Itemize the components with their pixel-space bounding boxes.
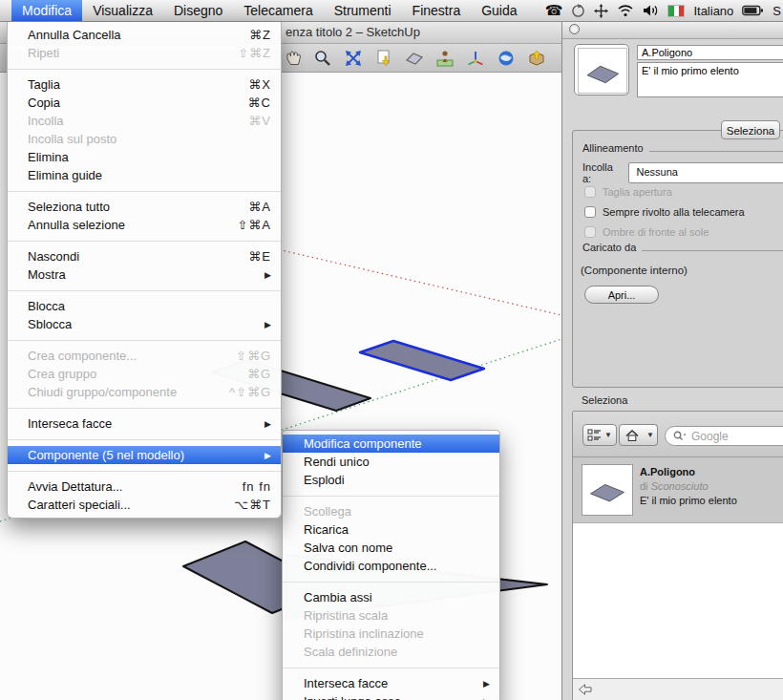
edit-menu-separator: [8, 340, 281, 341]
checkbox-icon: [584, 186, 596, 198]
component-submenu-item-cambia-assi[interactable]: Cambia assi: [283, 588, 499, 606]
menubar-item-disegno[interactable]: Disegno: [163, 0, 233, 21]
zoom-icon[interactable]: [313, 49, 332, 68]
edit-menu-item-componente-5-nel-modello[interactable]: Componente (5 nel modello)▶: [8, 446, 281, 464]
chevron-down-icon: ▼: [646, 431, 654, 439]
component-submenu-item-inverti-lungo-asse[interactable]: Inverti lungo asse▶: [283, 692, 499, 700]
edit-menu-item-sblocca[interactable]: Sblocca▶: [8, 315, 281, 333]
menubar-item-finestra[interactable]: Finestra: [402, 0, 472, 21]
component-thumbnail: [574, 44, 629, 95]
search-icon: [673, 431, 687, 442]
component-name-input[interactable]: [637, 45, 783, 60]
edit-menu-separator: [8, 290, 281, 291]
submenu-arrow-icon: ▶: [265, 320, 271, 329]
menu-item-label: Elimina guide: [28, 168, 271, 182]
edit-menu-item-seleziona-tutto[interactable]: Seleziona tutto⌘A: [8, 198, 281, 216]
edit-menu-item-elimina[interactable]: Elimina: [8, 148, 281, 166]
edit-menu-item-blocca[interactable]: Blocca: [8, 297, 281, 315]
home-button[interactable]: [619, 424, 645, 446]
menubar-status: ☎ Italiano S: [545, 0, 781, 21]
menubar-item-visualizza[interactable]: Visualizza: [82, 0, 163, 21]
menu-item-label: Interseca facce: [28, 416, 253, 431]
pan-icon[interactable]: [283, 49, 302, 68]
edit-menu-item-interseca-facce[interactable]: Interseca facce▶: [8, 414, 281, 433]
component-submenu-item-interseca-facce[interactable]: Interseca facce▶: [283, 674, 499, 692]
edit-menu-item-taglia[interactable]: Taglia⌘X: [8, 75, 281, 94]
menu-item-label: Nascondi: [28, 249, 237, 264]
language-label[interactable]: Italiano: [693, 4, 733, 18]
move-icon[interactable]: [594, 4, 608, 18]
menubar-item-telecamera[interactable]: Telecamera: [233, 0, 323, 21]
component-submenu-item-condividi-componente[interactable]: Condividi componente...: [283, 557, 499, 575]
menu-item-label: Scollega: [304, 504, 490, 519]
glue-row: Incolla a: Nessuna: [582, 161, 783, 184]
edit-menu-item-avvia-dettatura[interactable]: Avvia Dettatura...fn fn: [8, 477, 281, 496]
menubar-item-strumenti[interactable]: Strumenti: [324, 0, 402, 21]
back-arrow-icon[interactable]: [578, 683, 593, 696]
volume-icon[interactable]: [643, 4, 659, 17]
submenu-arrow-icon: ▶: [265, 451, 271, 460]
flag-italy-icon[interactable]: [667, 5, 685, 17]
component-submenu-item-ricarica[interactable]: Ricarica: [283, 520, 499, 539]
battery-icon[interactable]: [742, 5, 764, 16]
zoom-extents-icon[interactable]: [344, 49, 363, 68]
browser-toolbar: ▼ ▼: [573, 412, 783, 457]
google-earth-icon[interactable]: [497, 49, 516, 68]
list-item-selected[interactable]: A.Poligono di Sconosciuto E' il mio prim…: [573, 457, 783, 523]
component-submenu-item-ripristina-inclinazione: Ripristina inclinazione: [283, 625, 499, 643]
view-options-button[interactable]: ▼: [582, 424, 617, 446]
share-model-icon[interactable]: [527, 49, 546, 68]
face-tool-icon[interactable]: [405, 49, 424, 68]
clock-partial: S: [772, 4, 781, 18]
menu-item-shortcut: ⌘V: [248, 114, 271, 128]
menu-item-label: Sblocca: [28, 317, 253, 331]
submenu-arrow-icon: ▶: [483, 697, 490, 700]
glue-dropdown[interactable]: Nessuna: [628, 162, 783, 183]
close-icon[interactable]: [569, 24, 580, 34]
menubar-item-modifica[interactable]: Modifica: [11, 0, 82, 21]
edit-menu-separator: [8, 439, 281, 440]
search-input[interactable]: [689, 429, 783, 444]
home-dropdown-button[interactable]: ▼: [644, 424, 658, 446]
component-submenu-item-esplodi[interactable]: Esplodi: [283, 471, 499, 489]
open-button[interactable]: Apri...: [584, 286, 659, 304]
edit-menu-item-mostra[interactable]: Mostra▶: [8, 265, 281, 284]
edit-menu-item-nascondi[interactable]: Nascondi⌘E: [8, 247, 281, 265]
checkbox-icon: [584, 226, 596, 238]
search-field[interactable]: [665, 426, 783, 446]
edit-menu-separator: [8, 69, 281, 70]
palette-titlebar[interactable]: [562, 21, 783, 39]
import-model-icon[interactable]: [374, 49, 393, 68]
checkbox-label: Taglia apertura: [603, 186, 672, 198]
menu-item-label: Ripristina scala: [304, 608, 490, 623]
edit-menu-item-copia[interactable]: Copia⌘C: [8, 94, 281, 112]
selected-component-shape[interactable]: [360, 341, 484, 380]
menu-item-label: Crea gruppo: [28, 367, 236, 381]
menu-item-label: Componente (5 nel modello): [28, 448, 253, 462]
phone-icon[interactable]: ☎: [545, 2, 563, 19]
sync-icon[interactable]: [571, 4, 585, 18]
menu-item-label: Avvia Dettatura...: [28, 479, 231, 494]
component-submenu-item-rendi-unico[interactable]: Rendi unico: [283, 453, 499, 471]
component-submenu-item-scollega: Scollega: [283, 502, 499, 520]
checkbox-sempre-rivolto-alla-telecamera[interactable]: Sempre rivolto alla telecamera: [584, 206, 745, 218]
add-location-icon[interactable]: [435, 49, 455, 68]
component-submenu-item-modifica-componente[interactable]: Modifica componente: [283, 435, 499, 453]
alignment-section: Allineamento: [582, 142, 783, 154]
component-submenu-separator: [283, 582, 499, 583]
edit-menu-item-annulla-cancella[interactable]: Annulla Cancella⌘Z: [8, 26, 281, 44]
axes-icon[interactable]: [466, 49, 485, 68]
edit-menu-item-elimina-guide[interactable]: Elimina guide: [8, 166, 281, 184]
edit-menu-item-caratteri-speciali[interactable]: Caratteri speciali...⌥⌘T: [8, 496, 281, 514]
menu-item-label: Taglia: [28, 77, 237, 92]
tab-seleziona[interactable]: Seleziona: [721, 120, 780, 139]
wifi-icon[interactable]: [617, 4, 634, 17]
edit-menu-item-chiudi-gruppo-componente: Chiudi gruppo/componente^⇧⌘G: [8, 383, 281, 401]
edit-menu-separator: [8, 408, 281, 409]
component-thumbnail-image: [578, 48, 627, 94]
component-submenu-item-salva-con-nome[interactable]: Salva con nome: [283, 539, 499, 557]
menubar-item-guida[interactable]: Guida: [471, 0, 527, 21]
component-description-input[interactable]: E' il mio primo elento: [637, 62, 783, 97]
edit-menu-item-annulla-selezione[interactable]: Annulla selezione⇧⌘A: [8, 216, 281, 234]
browser-label: Seleziona: [582, 394, 627, 406]
